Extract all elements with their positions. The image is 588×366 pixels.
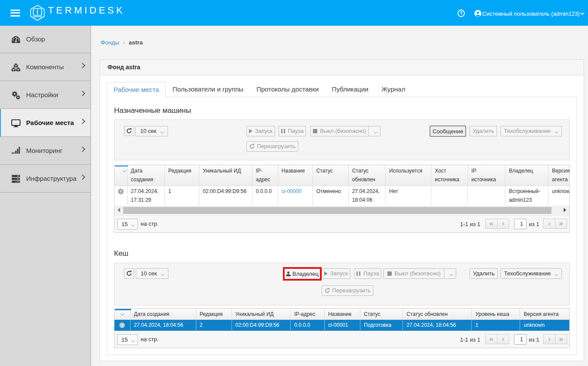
svg-text:?: ? xyxy=(460,10,462,16)
